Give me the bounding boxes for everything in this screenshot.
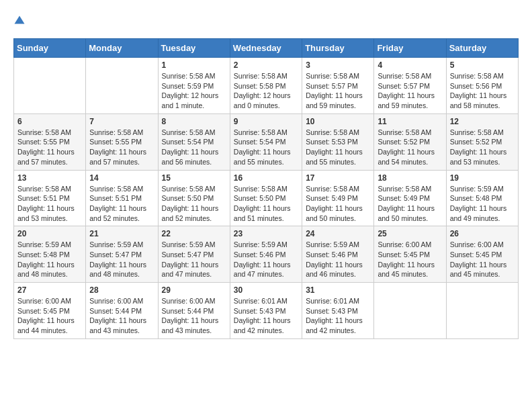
calendar-cell: 22Sunrise: 5:59 AM Sunset: 5:47 PM Dayli…	[158, 226, 230, 283]
page-header	[13, 13, 519, 28]
cell-content: Sunrise: 5:58 AM Sunset: 5:51 PM Dayligh…	[89, 184, 154, 224]
cell-content: Sunrise: 5:58 AM Sunset: 5:53 PM Dayligh…	[306, 128, 370, 167]
calendar-cell: 19Sunrise: 5:59 AM Sunset: 5:48 PM Dayli…	[446, 170, 518, 226]
calendar-cell: 3Sunrise: 5:58 AM Sunset: 5:57 PM Daylig…	[302, 58, 374, 114]
weekday-header-friday: Friday	[374, 39, 446, 58]
calendar-week-row: 20Sunrise: 5:59 AM Sunset: 5:48 PM Dayli…	[14, 226, 519, 283]
cell-content: Sunrise: 5:58 AM Sunset: 5:57 PM Dayligh…	[306, 71, 370, 111]
day-number: 28	[89, 285, 154, 295]
day-number: 25	[378, 229, 442, 238]
day-number: 5	[450, 60, 515, 70]
calendar-cell: 11Sunrise: 5:58 AM Sunset: 5:52 PM Dayli…	[374, 113, 446, 170]
calendar-cell	[446, 283, 518, 339]
day-number: 20	[17, 229, 82, 238]
day-number: 26	[450, 229, 515, 238]
cell-content: Sunrise: 5:59 AM Sunset: 5:46 PM Dayligh…	[306, 240, 370, 279]
day-number: 14	[89, 173, 154, 183]
calendar-week-row: 13Sunrise: 5:58 AM Sunset: 5:51 PM Dayli…	[14, 170, 519, 226]
cell-content: Sunrise: 5:59 AM Sunset: 5:48 PM Dayligh…	[17, 240, 82, 279]
cell-content: Sunrise: 5:58 AM Sunset: 5:50 PM Dayligh…	[234, 184, 298, 224]
calendar-cell: 21Sunrise: 5:59 AM Sunset: 5:47 PM Dayli…	[86, 226, 158, 283]
cell-content: Sunrise: 5:58 AM Sunset: 5:54 PM Dayligh…	[162, 128, 226, 167]
calendar-cell	[374, 283, 446, 339]
cell-content: Sunrise: 5:58 AM Sunset: 5:51 PM Dayligh…	[17, 184, 82, 224]
cell-content: Sunrise: 5:59 AM Sunset: 5:47 PM Dayligh…	[162, 240, 226, 279]
calendar-cell	[86, 58, 158, 114]
day-number: 18	[378, 173, 442, 183]
calendar-week-row: 27Sunrise: 6:00 AM Sunset: 5:45 PM Dayli…	[14, 283, 519, 339]
calendar-cell: 4Sunrise: 5:58 AM Sunset: 5:57 PM Daylig…	[374, 58, 446, 114]
day-number: 17	[306, 173, 370, 183]
calendar-cell: 10Sunrise: 5:58 AM Sunset: 5:53 PM Dayli…	[302, 113, 374, 170]
calendar-cell	[14, 58, 86, 114]
calendar-cell: 6Sunrise: 5:58 AM Sunset: 5:55 PM Daylig…	[14, 113, 86, 170]
day-number: 6	[17, 117, 82, 126]
day-number: 11	[378, 117, 442, 126]
day-number: 3	[306, 60, 370, 70]
day-number: 22	[162, 229, 226, 238]
logo-icon	[13, 15, 26, 27]
cell-content: Sunrise: 6:00 AM Sunset: 5:45 PM Dayligh…	[450, 240, 515, 279]
weekday-header-sunday: Sunday	[14, 39, 86, 58]
calendar-week-row: 1Sunrise: 5:58 AM Sunset: 5:59 PM Daylig…	[14, 58, 519, 114]
calendar-cell: 29Sunrise: 6:00 AM Sunset: 5:44 PM Dayli…	[158, 283, 230, 339]
cell-content: Sunrise: 5:59 AM Sunset: 5:46 PM Dayligh…	[234, 240, 298, 279]
cell-content: Sunrise: 6:00 AM Sunset: 5:45 PM Dayligh…	[378, 240, 442, 279]
day-number: 15	[162, 173, 226, 183]
calendar-cell: 25Sunrise: 6:00 AM Sunset: 5:45 PM Dayli…	[374, 226, 446, 283]
day-number: 29	[162, 285, 226, 295]
day-number: 7	[89, 117, 154, 126]
day-number: 1	[162, 60, 226, 70]
calendar-cell: 12Sunrise: 5:58 AM Sunset: 5:52 PM Dayli…	[446, 113, 518, 170]
cell-content: Sunrise: 6:00 AM Sunset: 5:44 PM Dayligh…	[89, 296, 154, 336]
cell-content: Sunrise: 5:59 AM Sunset: 5:48 PM Dayligh…	[450, 184, 515, 224]
calendar-cell: 8Sunrise: 5:58 AM Sunset: 5:54 PM Daylig…	[158, 113, 230, 170]
day-number: 2	[234, 60, 298, 70]
calendar-week-row: 6Sunrise: 5:58 AM Sunset: 5:55 PM Daylig…	[14, 113, 519, 170]
cell-content: Sunrise: 5:58 AM Sunset: 5:56 PM Dayligh…	[450, 71, 515, 111]
calendar-table: SundayMondayTuesdayWednesdayThursdayFrid…	[13, 38, 519, 339]
cell-content: Sunrise: 5:59 AM Sunset: 5:47 PM Dayligh…	[89, 240, 154, 279]
cell-content: Sunrise: 5:58 AM Sunset: 5:54 PM Dayligh…	[234, 128, 298, 167]
cell-content: Sunrise: 5:58 AM Sunset: 5:55 PM Dayligh…	[89, 128, 154, 167]
weekday-header-monday: Monday	[86, 39, 158, 58]
calendar-cell: 28Sunrise: 6:00 AM Sunset: 5:44 PM Dayli…	[86, 283, 158, 339]
cell-content: Sunrise: 5:58 AM Sunset: 5:55 PM Dayligh…	[17, 128, 82, 167]
cell-content: Sunrise: 6:00 AM Sunset: 5:44 PM Dayligh…	[162, 296, 226, 336]
logo	[13, 13, 28, 28]
weekday-header-thursday: Thursday	[302, 39, 374, 58]
cell-content: Sunrise: 5:58 AM Sunset: 5:50 PM Dayligh…	[162, 184, 226, 224]
calendar-cell: 30Sunrise: 6:01 AM Sunset: 5:43 PM Dayli…	[230, 283, 302, 339]
day-number: 21	[89, 229, 154, 238]
day-number: 10	[306, 117, 370, 126]
calendar-cell: 24Sunrise: 5:59 AM Sunset: 5:46 PM Dayli…	[302, 226, 374, 283]
cell-content: Sunrise: 5:58 AM Sunset: 5:52 PM Dayligh…	[378, 128, 442, 167]
cell-content: Sunrise: 5:58 AM Sunset: 5:52 PM Dayligh…	[450, 128, 515, 167]
weekday-header-row: SundayMondayTuesdayWednesdayThursdayFrid…	[14, 39, 519, 58]
weekday-header-saturday: Saturday	[446, 39, 518, 58]
calendar-cell: 31Sunrise: 6:01 AM Sunset: 5:43 PM Dayli…	[302, 283, 374, 339]
cell-content: Sunrise: 6:00 AM Sunset: 5:45 PM Dayligh…	[17, 296, 82, 336]
calendar-cell: 2Sunrise: 5:58 AM Sunset: 5:58 PM Daylig…	[230, 58, 302, 114]
day-number: 9	[234, 117, 298, 126]
cell-content: Sunrise: 5:58 AM Sunset: 5:58 PM Dayligh…	[234, 71, 298, 111]
calendar-cell: 16Sunrise: 5:58 AM Sunset: 5:50 PM Dayli…	[230, 170, 302, 226]
calendar-cell: 7Sunrise: 5:58 AM Sunset: 5:55 PM Daylig…	[86, 113, 158, 170]
cell-content: Sunrise: 6:01 AM Sunset: 5:43 PM Dayligh…	[234, 296, 298, 336]
day-number: 31	[306, 285, 370, 295]
day-number: 13	[17, 173, 82, 183]
day-number: 8	[162, 117, 226, 126]
day-number: 19	[450, 173, 515, 183]
calendar-cell: 18Sunrise: 5:58 AM Sunset: 5:49 PM Dayli…	[374, 170, 446, 226]
day-number: 30	[234, 285, 298, 295]
day-number: 16	[234, 173, 298, 183]
svg-marker-0	[15, 15, 25, 24]
weekday-header-tuesday: Tuesday	[158, 39, 230, 58]
calendar-cell: 15Sunrise: 5:58 AM Sunset: 5:50 PM Dayli…	[158, 170, 230, 226]
calendar-cell: 13Sunrise: 5:58 AM Sunset: 5:51 PM Dayli…	[14, 170, 86, 226]
calendar-cell: 23Sunrise: 5:59 AM Sunset: 5:46 PM Dayli…	[230, 226, 302, 283]
cell-content: Sunrise: 5:58 AM Sunset: 5:49 PM Dayligh…	[378, 184, 442, 224]
cell-content: Sunrise: 5:58 AM Sunset: 5:49 PM Dayligh…	[306, 184, 370, 224]
weekday-header-wednesday: Wednesday	[230, 39, 302, 58]
day-number: 12	[450, 117, 515, 126]
